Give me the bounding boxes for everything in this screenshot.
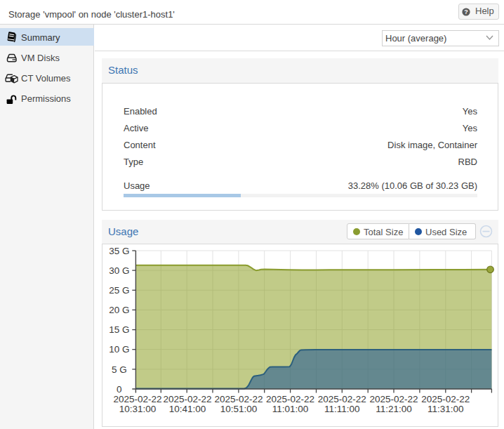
svg-text:15 G: 15 G — [109, 324, 129, 335]
svg-text:2025-02-22: 2025-02-22 — [369, 394, 418, 404]
svg-text:11:11:00: 11:11:00 — [324, 404, 360, 414]
svg-text:2025-02-22: 2025-02-22 — [214, 394, 263, 404]
svg-text:10:51:00: 10:51:00 — [220, 404, 258, 414]
svg-text:10 G: 10 G — [109, 344, 129, 355]
svg-text:2025-02-22: 2025-02-22 — [113, 394, 161, 404]
svg-text:2025-02-22: 2025-02-22 — [163, 394, 211, 404]
svg-text:30 G: 30 G — [109, 265, 129, 276]
svg-text:11:21:00: 11:21:00 — [376, 404, 412, 414]
svg-text:11:31:00: 11:31:00 — [427, 404, 464, 414]
svg-text:35 G: 35 G — [109, 246, 129, 256]
svg-text:10:31:00: 10:31:00 — [119, 404, 157, 414]
svg-text:2025-02-22: 2025-02-22 — [318, 394, 366, 404]
svg-text:2025-02-22: 2025-02-22 — [421, 394, 470, 404]
svg-text:11:01:00: 11:01:00 — [272, 404, 309, 414]
svg-text:10:41:00: 10:41:00 — [169, 404, 206, 414]
svg-text:20 G: 20 G — [109, 305, 129, 315]
svg-text:2025-02-22: 2025-02-22 — [266, 394, 314, 404]
svg-text:0: 0 — [117, 384, 122, 395]
svg-text:25 G: 25 G — [109, 285, 129, 296]
svg-text:5 G: 5 G — [112, 364, 127, 375]
